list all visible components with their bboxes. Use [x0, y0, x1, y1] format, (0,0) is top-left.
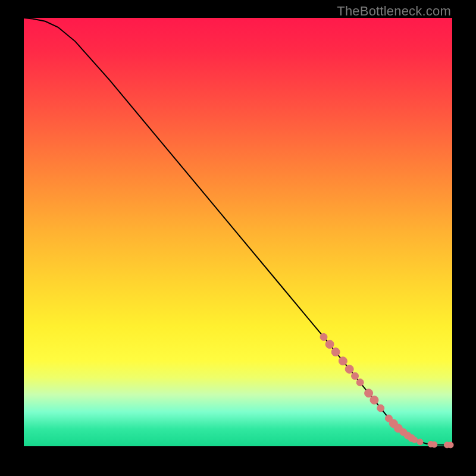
data-point: [365, 389, 373, 397]
attribution-label: TheBottleneck.com: [337, 4, 451, 19]
data-point: [325, 340, 334, 349]
data-point: [417, 439, 423, 445]
data-point: [331, 348, 340, 356]
data-point: [320, 333, 327, 340]
data-point: [345, 365, 353, 373]
marker-group: [320, 333, 453, 447]
data-point: [377, 405, 384, 412]
chart-frame: TheBottleneck.com: [0, 0, 476, 476]
data-point: [339, 357, 347, 365]
curve-svg: [24, 18, 452, 446]
data-point: [431, 441, 437, 447]
data-point: [352, 372, 359, 380]
data-point: [356, 379, 364, 386]
data-point: [447, 442, 453, 448]
bottleneck-curve: [24, 18, 452, 445]
data-point: [412, 437, 418, 443]
plot-area: [24, 18, 452, 446]
data-point: [370, 396, 378, 404]
